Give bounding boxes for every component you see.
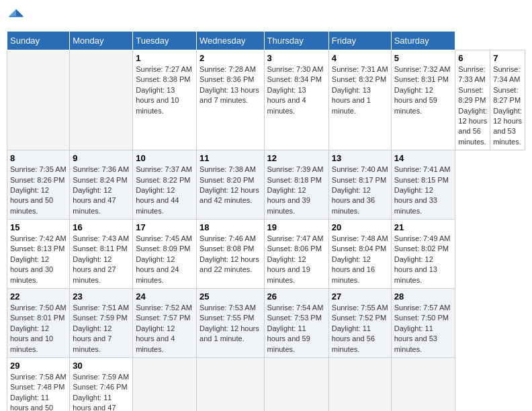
svg-marker-1	[9, 9, 17, 17]
calendar-cell: 26Sunrise: 7:54 AMSunset: 7:53 PMDayligh…	[264, 289, 328, 358]
day-info: Sunrise: 7:36 AMSunset: 8:24 PMDaylight:…	[73, 165, 129, 215]
calendar-cell: 27Sunrise: 7:55 AMSunset: 7:52 PMDayligh…	[328, 289, 391, 358]
day-number: 12	[267, 153, 326, 163]
calendar-cell: 14Sunrise: 7:41 AMSunset: 8:15 PMDayligh…	[391, 150, 455, 220]
svg-marker-0	[16, 9, 24, 17]
day-info: Sunrise: 7:52 AMSunset: 7:57 PMDaylight:…	[136, 304, 192, 353]
calendar-cell: 13Sunrise: 7:40 AMSunset: 8:17 PMDayligh…	[328, 150, 391, 220]
day-info: Sunrise: 7:34 AMSunset: 8:27 PMDaylight:…	[493, 65, 522, 146]
calendar-cell	[70, 50, 133, 150]
calendar-cell	[264, 357, 328, 411]
calendar-cell: 17Sunrise: 7:45 AMSunset: 8:09 PMDayligh…	[133, 220, 197, 289]
day-info: Sunrise: 7:30 AMSunset: 8:34 PMDaylight:…	[267, 65, 324, 115]
calendar-cell: 25Sunrise: 7:53 AMSunset: 7:55 PMDayligh…	[197, 289, 264, 358]
calendar-cell: 6Sunrise: 7:33 AMSunset: 8:29 PMDaylight…	[455, 50, 490, 150]
day-number: 17	[136, 222, 193, 232]
day-number: 30	[73, 361, 130, 371]
day-info: Sunrise: 7:31 AMSunset: 8:32 PMDaylight:…	[332, 65, 388, 115]
calendar-cell: 24Sunrise: 7:52 AMSunset: 7:57 PMDayligh…	[133, 289, 197, 358]
calendar-cell	[133, 357, 197, 411]
calendar-week-4: 22Sunrise: 7:50 AMSunset: 8:01 PMDayligh…	[7, 289, 525, 358]
calendar-cell: 28Sunrise: 7:57 AMSunset: 7:50 PMDayligh…	[391, 289, 455, 358]
day-number: 21	[394, 222, 453, 232]
weekday-monday: Monday	[70, 32, 133, 50]
calendar-cell: 3Sunrise: 7:30 AMSunset: 8:34 PMDaylight…	[264, 50, 328, 150]
calendar-cell: 23Sunrise: 7:51 AMSunset: 7:59 PMDayligh…	[70, 289, 133, 358]
day-info: Sunrise: 7:59 AMSunset: 7:46 PMDaylight:…	[73, 373, 129, 411]
svg-rect-2	[9, 16, 24, 17]
calendar-cell: 10Sunrise: 7:37 AMSunset: 8:22 PMDayligh…	[133, 150, 197, 220]
day-number: 10	[136, 153, 193, 163]
calendar-week-3: 15Sunrise: 7:42 AMSunset: 8:13 PMDayligh…	[7, 220, 525, 289]
day-info: Sunrise: 7:57 AMSunset: 7:50 PMDaylight:…	[394, 304, 451, 353]
calendar-cell	[7, 50, 70, 150]
calendar-cell: 29Sunrise: 7:58 AMSunset: 7:48 PMDayligh…	[7, 357, 70, 411]
day-info: Sunrise: 7:58 AMSunset: 7:48 PMDaylight:…	[10, 373, 66, 411]
day-info: Sunrise: 7:35 AMSunset: 8:26 PMDaylight:…	[10, 165, 66, 215]
day-number: 2	[200, 53, 261, 63]
calendar-week-5: 29Sunrise: 7:58 AMSunset: 7:48 PMDayligh…	[7, 357, 525, 411]
day-number: 26	[267, 291, 326, 302]
day-number: 16	[73, 222, 130, 232]
day-number: 6	[458, 53, 487, 63]
calendar-cell: 5Sunrise: 7:32 AMSunset: 8:31 PMDaylight…	[391, 50, 455, 150]
day-info: Sunrise: 7:37 AMSunset: 8:22 PMDaylight:…	[136, 165, 192, 215]
day-info: Sunrise: 7:40 AMSunset: 8:17 PMDaylight:…	[332, 165, 388, 215]
weekday-sunday: Sunday	[7, 32, 70, 50]
calendar-cell: 11Sunrise: 7:38 AMSunset: 8:20 PMDayligh…	[197, 150, 264, 220]
weekday-friday: Friday	[328, 32, 391, 50]
day-number: 8	[10, 153, 66, 163]
calendar-week-2: 8Sunrise: 7:35 AMSunset: 8:26 PMDaylight…	[7, 150, 525, 220]
day-info: Sunrise: 7:38 AMSunset: 8:20 PMDaylight:…	[200, 165, 259, 204]
calendar-cell	[197, 357, 264, 411]
day-number: 4	[332, 53, 388, 63]
day-number: 22	[10, 291, 66, 302]
calendar-cell: 1Sunrise: 7:27 AMSunset: 8:38 PMDaylight…	[133, 50, 197, 150]
day-info: Sunrise: 7:28 AMSunset: 8:36 PMDaylight:…	[200, 65, 259, 104]
day-number: 23	[73, 291, 130, 302]
day-info: Sunrise: 7:45 AMSunset: 8:09 PMDaylight:…	[136, 234, 192, 284]
weekday-header-row: SundayMondayTuesdayWednesdayThursdayFrid…	[7, 32, 525, 50]
day-number: 7	[493, 53, 522, 63]
day-number: 18	[200, 222, 261, 232]
day-number: 15	[10, 222, 66, 232]
day-number: 1	[136, 53, 193, 63]
day-number: 29	[10, 361, 66, 371]
calendar-cell: 22Sunrise: 7:50 AMSunset: 8:01 PMDayligh…	[7, 289, 70, 358]
day-number: 25	[200, 291, 261, 302]
day-number: 24	[136, 291, 193, 302]
calendar-cell: 2Sunrise: 7:28 AMSunset: 8:36 PMDaylight…	[197, 50, 264, 150]
calendar-cell: 12Sunrise: 7:39 AMSunset: 8:18 PMDayligh…	[264, 150, 328, 220]
calendar-cell: 18Sunrise: 7:46 AMSunset: 8:08 PMDayligh…	[197, 220, 264, 289]
day-info: Sunrise: 7:49 AMSunset: 8:02 PMDaylight:…	[394, 234, 451, 284]
weekday-thursday: Thursday	[264, 32, 328, 50]
weekday-wednesday: Wednesday	[197, 32, 264, 50]
day-number: 20	[332, 222, 388, 232]
day-number: 11	[200, 153, 261, 163]
calendar-cell: 19Sunrise: 7:47 AMSunset: 8:06 PMDayligh…	[264, 220, 328, 289]
calendar-cell	[328, 357, 391, 411]
day-info: Sunrise: 7:39 AMSunset: 8:18 PMDaylight:…	[267, 165, 324, 215]
day-number: 27	[332, 291, 388, 302]
weekday-tuesday: Tuesday	[133, 32, 197, 50]
calendar-body: 1Sunrise: 7:27 AMSunset: 8:38 PMDaylight…	[7, 50, 525, 412]
day-info: Sunrise: 7:48 AMSunset: 8:04 PMDaylight:…	[332, 234, 388, 284]
page-header	[7, 7, 525, 26]
calendar-cell: 9Sunrise: 7:36 AMSunset: 8:24 PMDaylight…	[70, 150, 133, 220]
day-number: 28	[394, 291, 453, 302]
logo	[7, 7, 28, 26]
calendar-cell: 15Sunrise: 7:42 AMSunset: 8:13 PMDayligh…	[7, 220, 70, 289]
day-number: 9	[73, 153, 130, 163]
calendar-cell: 30Sunrise: 7:59 AMSunset: 7:46 PMDayligh…	[70, 357, 133, 411]
calendar-table: SundayMondayTuesdayWednesdayThursdayFrid…	[7, 31, 525, 411]
day-info: Sunrise: 7:47 AMSunset: 8:06 PMDaylight:…	[267, 234, 324, 284]
day-info: Sunrise: 7:33 AMSunset: 8:29 PMDaylight:…	[458, 65, 487, 146]
day-number: 3	[267, 53, 326, 63]
day-number: 19	[267, 222, 326, 232]
calendar-cell: 16Sunrise: 7:43 AMSunset: 8:11 PMDayligh…	[70, 220, 133, 289]
calendar-cell: 7Sunrise: 7:34 AMSunset: 8:27 PMDaylight…	[490, 50, 525, 150]
day-info: Sunrise: 7:27 AMSunset: 8:38 PMDaylight:…	[136, 65, 192, 115]
day-info: Sunrise: 7:42 AMSunset: 8:13 PMDaylight:…	[10, 234, 66, 284]
day-number: 14	[394, 153, 453, 163]
day-info: Sunrise: 7:32 AMSunset: 8:31 PMDaylight:…	[394, 65, 451, 115]
